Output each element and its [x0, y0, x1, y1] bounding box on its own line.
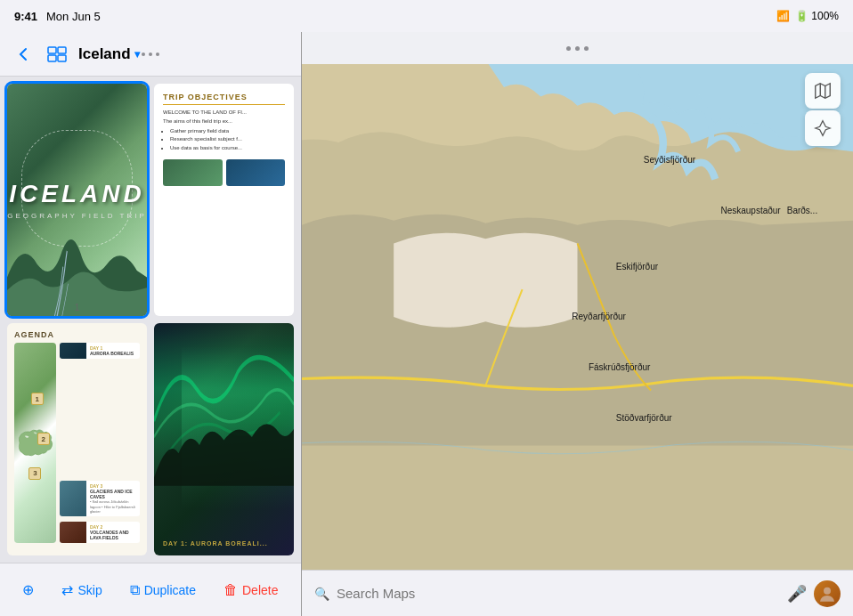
- svg-rect-0: [48, 47, 56, 53]
- day2-info: DAY 2 VOLCANOES AND LAVA FIELDS: [86, 522, 140, 543]
- agenda-layout: 1 2 3 DAY 1 AURORA BOREALIS: [14, 343, 140, 543]
- slide2-body: The aims of this field trip ex...: [163, 118, 285, 125]
- slides-grid: ICELAND GEOGRAPHY FIELD TRIP 1 TRIP OBJE…: [0, 77, 301, 563]
- day2-img: [60, 522, 86, 543]
- duplicate-label: Duplicate: [144, 583, 196, 597]
- slide4-background: DAY 1: AURORA BOREALI...: [154, 323, 294, 555]
- map-num-2: 2: [37, 433, 50, 445]
- maps-dot1: [566, 46, 571, 51]
- day3-img: [60, 481, 86, 516]
- slide2-content: WELCOME TO THE LAND OF FI... The aims of…: [163, 109, 285, 152]
- map-num-1: 1: [31, 393, 44, 405]
- map-content: Seyðisfjörður Neskaupstaður Barðs... Esk…: [302, 64, 853, 570]
- skip-icon: ⇄: [61, 581, 73, 598]
- status-time: 9:41: [14, 10, 37, 23]
- svg-rect-1: [58, 47, 66, 53]
- duplicate-icon: ⧉: [130, 582, 140, 598]
- slide-2[interactable]: TRIP OBJECTIVES WELCOME TO THE LAND OF F…: [154, 84, 294, 316]
- slide3-background: AGENDA 1 2 3: [7, 323, 147, 555]
- trash-icon: 🗑: [223, 582, 238, 598]
- slide-3[interactable]: AGENDA 1 2 3: [7, 323, 147, 555]
- search-input[interactable]: [337, 586, 780, 601]
- user-avatar[interactable]: [814, 580, 841, 607]
- slide4-label: DAY 1: AURORA BOREALI...: [163, 540, 268, 547]
- slide2-img2: [226, 159, 286, 186]
- day2-name: VOLCANOES AND LAVA FIELDS: [90, 530, 136, 540]
- agenda-map: 1 2 3: [14, 343, 56, 543]
- slide1-number: 1: [75, 303, 80, 312]
- skip-button[interactable]: ⇄ Skip: [61, 581, 102, 598]
- wifi-icon: 📶: [776, 10, 790, 22]
- slide2-bullet3: Use data as basis for course...: [170, 144, 285, 151]
- bottom-toolbar: ⊕ ⇄ Skip ⧉ Duplicate 🗑 Delete: [0, 563, 301, 616]
- day1-img: [60, 343, 86, 359]
- slides-view-button[interactable]: [45, 42, 69, 67]
- maps-panel: Seyðisfjörður Neskaupstaður Barðs... Esk…: [301, 32, 853, 616]
- slide2-welcome: WELCOME TO THE LAND OF FI...: [163, 109, 285, 116]
- maps-toolbar: [302, 32, 853, 64]
- add-icon: ⊕: [22, 581, 34, 598]
- status-bar: 9:41 Mon Jun 5 📶 🔋 100%: [0, 0, 853, 32]
- status-date: Mon Jun 5: [46, 10, 101, 23]
- maps-dot2: [575, 46, 580, 51]
- place-neskaupstaður: Neskaupstaður: [720, 206, 780, 215]
- slide1-background: ICELAND GEOGRAPHY FIELD TRIP: [7, 84, 147, 316]
- place-fáskrúðsfjörður: Fáskrúðsfjörður: [589, 362, 650, 372]
- day1-info: DAY 1 AURORA BOREALIS: [86, 343, 140, 359]
- search-icon: 🔍: [314, 587, 329, 601]
- maps-dot3: [584, 46, 589, 51]
- svg-rect-3: [58, 55, 66, 61]
- place-stöðvarfjörður: Stöðvarfjörður: [616, 413, 672, 423]
- slide2-image-row: [163, 159, 285, 186]
- duplicate-button[interactable]: ⧉ Duplicate: [130, 582, 196, 598]
- slide-1[interactable]: ICELAND GEOGRAPHY FIELD TRIP 1: [7, 84, 147, 316]
- day3-name: GLACIERS AND ICE CAVES: [90, 489, 136, 499]
- day3-info: DAY 3 GLACIERS AND ICE CAVES • Sail acro…: [86, 481, 140, 516]
- slide2-bullets: Gather primary field data Research speci…: [163, 127, 285, 151]
- slide2-bullet1: Gather primary field data: [170, 127, 285, 134]
- place-reyðarfjörður: Reyðarfjörður: [572, 312, 626, 321]
- slide2-bullet2: Research specialist subject f...: [170, 135, 285, 142]
- place-eskifjörður: Eskifjörður: [616, 262, 658, 272]
- place-seyðisfjörður: Seyðisfjörður: [644, 155, 695, 165]
- back-button[interactable]: [11, 42, 36, 67]
- svg-rect-2: [48, 55, 56, 61]
- day2-card: DAY 2 VOLCANOES AND LAVA FIELDS: [60, 522, 140, 543]
- slide1-title: ICELAND: [7, 180, 147, 208]
- map-background: Seyðisfjörður Neskaupstaður Barðs... Esk…: [302, 64, 853, 570]
- battery-icon: 🔋 100%: [795, 10, 839, 22]
- svg-point-5: [824, 587, 831, 594]
- day1-card: DAY 1 AURORA BOREALIS: [60, 343, 140, 359]
- agenda-sidebar: DAY 1 AURORA BOREALIS DAY 3 GLACIERS AND…: [60, 343, 140, 543]
- place-bards: Barðs...: [787, 206, 817, 215]
- slide2-img1: [163, 159, 223, 186]
- slide1-subtitle: GEOGRAPHY FIELD TRIP: [7, 212, 147, 220]
- slide2-background: TRIP OBJECTIVES WELCOME TO THE LAND OF F…: [154, 84, 294, 316]
- day3-card: DAY 3 GLACIERS AND ICE CAVES • Sail acro…: [60, 481, 140, 516]
- slide3-title: AGENDA: [14, 330, 140, 339]
- location-button[interactable]: [805, 110, 841, 146]
- day1-name: AURORA BOREALIS: [90, 351, 136, 356]
- map-buttons: [805, 73, 841, 146]
- microphone-icon[interactable]: 🎤: [787, 584, 807, 604]
- maps-search-bar: 🔍 🎤: [302, 570, 853, 616]
- day3-desc: • Sail across Jökulsárlón lagoon • Hike …: [90, 499, 136, 514]
- keynote-toolbar: Iceland ▾: [0, 32, 301, 77]
- status-icons: 📶 🔋 100%: [776, 10, 839, 22]
- delete-button[interactable]: 🗑 Delete: [223, 582, 278, 598]
- slide2-title: TRIP OBJECTIVES: [163, 93, 285, 105]
- delete-label: Delete: [242, 583, 278, 597]
- add-slide-button[interactable]: ⊕: [22, 581, 34, 598]
- map-view-button[interactable]: [805, 73, 841, 109]
- chevron-down-icon: ▾: [134, 48, 140, 61]
- document-title[interactable]: Iceland ▾: [78, 45, 140, 63]
- skip-label: Skip: [77, 583, 102, 597]
- slide-4[interactable]: DAY 1: AURORA BOREALI...: [154, 323, 294, 555]
- map-num-3: 3: [28, 467, 41, 480]
